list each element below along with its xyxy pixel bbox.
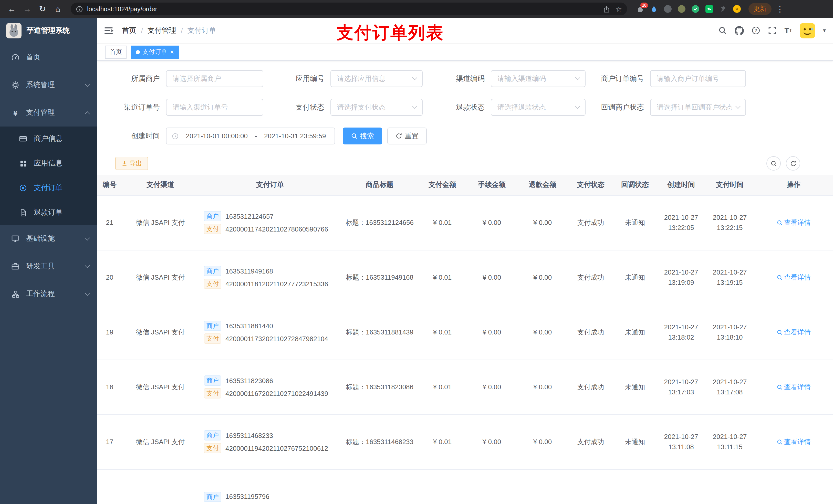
text-size-icon[interactable]: TT <box>784 26 792 35</box>
channel-code-filter-select[interactable] <box>491 71 585 87</box>
browser-reload-button[interactable]: ↻ <box>36 2 49 16</box>
table-row: 17 微信 JSAPI 支付 商户 1635311468233 支付 42000… <box>97 414 833 469</box>
sidebar-item-system[interactable]: 系统管理 <box>0 71 97 99</box>
sidebar-item-merchant-info[interactable]: 商户信息 <box>0 126 97 151</box>
channel-code-filter-field <box>491 70 586 87</box>
merchant-order-line: 商户 1635311468233 <box>204 430 341 440</box>
fullscreen-icon[interactable] <box>768 26 777 35</box>
green-square-extension-icon[interactable] <box>705 4 714 14</box>
sidebar-item-pay-order[interactable]: 支付订单 <box>0 176 97 200</box>
channel-order-no-filter-input[interactable] <box>166 99 263 115</box>
pay-status-cell: 支付成功 <box>568 250 613 305</box>
main-area: 首页 / 支付管理 / 支付订单 支付订单列表 ? <box>97 18 833 504</box>
sidebar-item-refund-order[interactable]: 退款订单 <box>0 200 97 225</box>
screen: ← → ↻ ⌂ localhost:1024/pay/order ☆ 10 <box>0 0 833 504</box>
app-title: 芋道管理系统 <box>27 26 70 35</box>
sidebar-item-home[interactable]: 首页 <box>0 44 97 71</box>
pay-status-cell: 支付成功 <box>568 305 613 360</box>
export-button[interactable]: 导出 <box>115 157 148 170</box>
notify-status-cell <box>613 469 657 504</box>
app-no-filter-field <box>330 70 423 87</box>
view-detail-link[interactable]: 查看详情 <box>777 382 811 391</box>
reset-button[interactable]: 重置 <box>387 127 427 144</box>
view-detail-link[interactable]: 查看详情 <box>777 328 811 337</box>
pin-extension-icon[interactable] <box>718 4 728 14</box>
caret-down-icon[interactable]: ▾ <box>823 27 826 34</box>
pay-status-filter-select[interactable] <box>331 99 422 115</box>
browser-chrome: ← → ↻ ⌂ localhost:1024/pay/order ☆ 10 <box>0 0 833 18</box>
sidebar-item-infrastructure[interactable]: 基础设施 <box>0 225 97 253</box>
browser-extensions: 10 <box>635 4 741 14</box>
view-detail-link[interactable]: 查看详情 <box>777 218 811 227</box>
pay-status-filter-field <box>330 99 423 116</box>
sidebar-item-payment[interactable]: ¥ 支付管理 <box>0 99 97 126</box>
target-icon <box>19 184 27 192</box>
breadcrumb-separator: / <box>181 26 183 34</box>
pay-tag: 支付 <box>204 333 221 344</box>
pay-channel-cell: 微信 JSAPI 支付 <box>122 250 199 305</box>
breadcrumb-current: 支付订单 <box>188 26 216 35</box>
pay-order-cell: 商户 1635311949168 支付 42000011812021102777… <box>199 250 341 305</box>
view-detail-link[interactable]: 查看详情 <box>777 437 811 447</box>
sidebar-item-dev-tools[interactable]: 研发工具 <box>0 253 97 280</box>
github-icon[interactable] <box>735 26 744 35</box>
merchant-order-no-filter-field <box>650 70 746 87</box>
breadcrumb-section[interactable]: 支付管理 <box>147 26 176 35</box>
extensions-puzzle-icon[interactable]: 10 <box>635 4 644 14</box>
site-info-icon[interactable] <box>76 5 83 13</box>
olive-extension-icon[interactable] <box>677 4 686 14</box>
browser-back-button[interactable]: ← <box>5 2 19 16</box>
hamburger-icon[interactable] <box>104 26 114 34</box>
search-button[interactable]: 搜索 <box>343 127 382 144</box>
merchant-order-no-filter-input[interactable] <box>651 71 745 87</box>
check-extension-icon[interactable] <box>691 4 700 14</box>
create-time-range-picker[interactable]: 2021-10-01 00:00:00 - 2021-10-31 23:59:5… <box>166 127 335 144</box>
sidebar-item-workflow[interactable]: 工作流程 <box>0 280 97 308</box>
refund-amount-cell: ¥ 0.00 <box>517 414 568 469</box>
refund-status-filter-field <box>491 99 586 116</box>
bookmark-star-icon[interactable]: ☆ <box>616 5 622 13</box>
app-no-filter-label: 应用编号 <box>263 74 330 83</box>
refresh-icon-button[interactable] <box>786 156 800 171</box>
sidebar-item-label: 研发工具 <box>26 262 55 271</box>
share-icon[interactable] <box>603 5 611 13</box>
search-icon[interactable] <box>718 26 727 35</box>
order-id-cell: 17 <box>97 414 122 469</box>
app-no-filter-select[interactable] <box>331 71 422 87</box>
merchant-order-no: 1635312124657 <box>225 212 273 220</box>
browser-forward-button[interactable]: → <box>21 2 34 16</box>
view-detail-link[interactable]: 查看详情 <box>777 273 811 282</box>
browser-update-button[interactable]: 更新 <box>748 3 771 15</box>
gray-extension-icon[interactable] <box>663 4 672 14</box>
tab-home[interactable]: 首页 <box>105 45 126 58</box>
user-avatar[interactable] <box>800 23 815 38</box>
callback-status-filter-select[interactable] <box>651 99 745 115</box>
sidebar-item-label: 基础设施 <box>26 234 55 243</box>
pay-tag: 支付 <box>204 279 221 289</box>
chevron-down-icon <box>85 290 90 295</box>
pay-tag: 支付 <box>204 443 221 453</box>
merchant-tag: 商户 <box>204 376 221 386</box>
breadcrumb-home[interactable]: 首页 <box>122 26 136 35</box>
close-icon[interactable]: × <box>170 48 174 56</box>
table-row: 商户 163531195796 <box>97 469 833 504</box>
pay-status-filter-label: 支付状态 <box>263 103 330 112</box>
sidebar-item-app-info[interactable]: 应用信息 <box>0 151 97 176</box>
help-icon[interactable]: ? <box>752 26 760 35</box>
browser-menu-icon[interactable]: ⋮ <box>774 4 786 14</box>
order-id-cell: 21 <box>97 195 122 250</box>
refund-status-filter-select[interactable] <box>491 99 585 115</box>
drop-extension-icon[interactable] <box>649 4 658 14</box>
product-title-cell: 标题：1635311468233 <box>341 414 418 469</box>
tab-pay-order[interactable]: 支付订单 × <box>131 45 178 58</box>
browser-home-button[interactable]: ⌂ <box>51 2 65 16</box>
channel-pay-line: 支付 4200001173202110272847982104 <box>204 333 341 344</box>
address-bar[interactable]: localhost:1024/pay/order ☆ <box>71 3 627 15</box>
hide-search-icon-button[interactable] <box>766 156 781 171</box>
product-title-cell <box>341 469 418 504</box>
merchant-filter-input[interactable] <box>166 71 263 87</box>
tab-label: 支付订单 <box>142 48 167 56</box>
pay-order-cell: 商户 1635312124657 支付 42000011742021102780… <box>199 195 341 250</box>
pay-channel-cell: 微信 JSAPI 支付 <box>122 305 199 360</box>
smiley-extension-icon[interactable] <box>732 4 741 14</box>
